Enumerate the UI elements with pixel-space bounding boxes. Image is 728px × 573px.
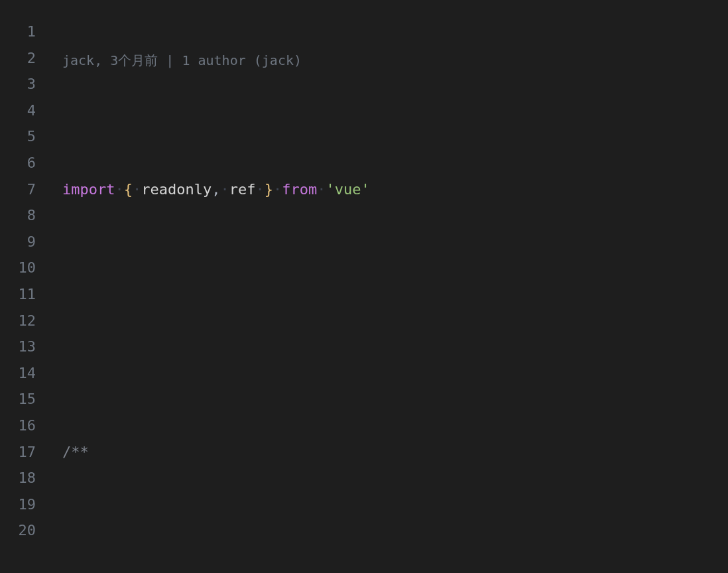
line-number: 12 [0,308,36,334]
line-number: 20 [0,517,36,544]
line-number: 13 [0,334,36,360]
code-line[interactable]: | *·useCount [48,570,728,573]
line-number: 6 [0,150,36,176]
line-number: 14 [0,360,36,387]
line-number: 11 [0,281,36,308]
line-number: 19 [0,491,36,518]
code-line[interactable]: /** [48,439,728,466]
code-editor[interactable]: 1 2 3 4 5 6 7 8 9 10 11 12 13 14 15 16 1… [0,0,728,573]
line-number: 1 [0,19,36,45]
line-number: 5 [0,123,36,150]
line-number: 2 [0,45,36,72]
line-number-gutter: 1 2 3 4 5 6 7 8 9 10 11 12 13 14 15 16 1… [0,0,48,573]
code-content[interactable]: jack, 3个月前 | 1 author (jack) import·{·re… [48,0,728,573]
code-line[interactable]: import·{·readonly,·ref·}·from·'vue' [48,176,728,203]
line-number: 18 [0,465,36,491]
line-number: 15 [0,386,36,413]
code-line[interactable] [48,308,728,334]
line-number: 17 [0,439,36,466]
line-number: 3 [0,71,36,97]
line-number: 7 [0,176,36,203]
line-number: 8 [0,202,36,229]
line-number: 9 [0,229,36,255]
line-number: 10 [0,255,36,281]
line-number: 16 [0,413,36,439]
line-number: 4 [0,97,36,124]
git-blame-header: jack, 3个月前 | 1 author (jack) [48,52,728,71]
